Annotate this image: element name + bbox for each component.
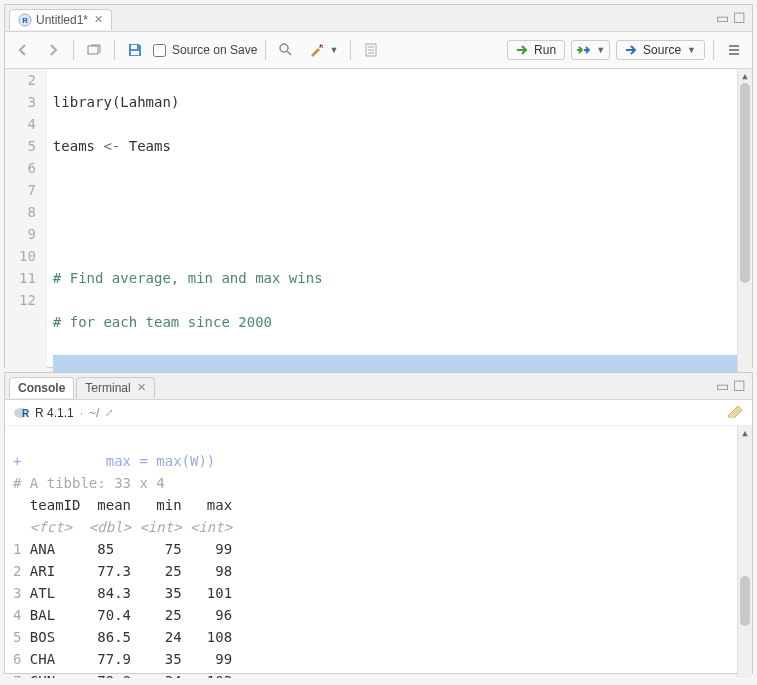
svg-text:R: R <box>22 15 28 24</box>
compile-report-button[interactable] <box>359 40 383 60</box>
r-file-icon: R <box>18 13 32 27</box>
save-button[interactable] <box>123 40 147 60</box>
minimize-icon[interactable]: ▭ <box>716 10 729 26</box>
r-logo-icon: R <box>13 405 29 421</box>
source-icon <box>625 43 639 57</box>
rerun-button[interactable]: ▼ <box>571 40 610 60</box>
scroll-thumb[interactable] <box>740 576 750 626</box>
code-tools-button[interactable]: ▼ <box>304 40 342 60</box>
console-pane: Console Terminal ✕ ▭ ☐ R R 4.1.1 · ~/ ⤢ … <box>4 372 753 674</box>
run-label: Run <box>534 43 556 57</box>
minimize-icon[interactable]: ▭ <box>716 378 729 394</box>
console-header: R R 4.1.1 · ~/ ⤢ <box>5 400 752 426</box>
run-button[interactable]: Run <box>507 40 565 60</box>
maximize-icon[interactable]: ☐ <box>733 10 746 26</box>
working-dir: ~/ <box>89 406 99 420</box>
svg-point-5 <box>280 44 288 52</box>
source-toolbar: Source on Save ▼ Run ▼ Source ▼ <box>5 32 752 69</box>
clear-console-button[interactable] <box>726 404 744 421</box>
close-icon[interactable]: ✕ <box>137 381 146 394</box>
source-tab-title: Untitled1* <box>36 13 88 27</box>
wd-popup-icon[interactable]: ⤢ <box>105 407 113 418</box>
rerun-icon <box>576 43 590 57</box>
console-scrollbar[interactable]: ▲ ▼ <box>737 426 752 678</box>
find-button[interactable] <box>274 40 298 60</box>
source-on-save-label: Source on Save <box>172 43 257 57</box>
source-label: Source <box>643 43 681 57</box>
svg-text:R: R <box>22 408 29 419</box>
scroll-up-icon[interactable]: ▲ <box>738 69 752 83</box>
terminal-tab[interactable]: Terminal ✕ <box>76 377 154 398</box>
source-tabbar: R Untitled1* ✕ ▭ ☐ <box>5 5 752 32</box>
svg-rect-2 <box>88 46 98 54</box>
svg-rect-4 <box>131 51 139 55</box>
close-icon[interactable]: ✕ <box>94 13 103 26</box>
source-pane: R Untitled1* ✕ ▭ ☐ Source on Save ▼ Run … <box>4 4 753 368</box>
source-tab[interactable]: R Untitled1* ✕ <box>9 9 112 30</box>
console-tab[interactable]: Console <box>9 377 74 398</box>
svg-line-6 <box>287 51 291 55</box>
console-output[interactable]: + max = max(W)) # A tibble: 33 x 4 teamI… <box>5 426 752 678</box>
run-icon <box>516 43 530 57</box>
chevron-down-icon: ▼ <box>596 45 605 55</box>
chevron-down-icon: ▼ <box>687 45 696 55</box>
source-on-save-checkbox[interactable] <box>153 44 166 57</box>
show-in-new-window-button[interactable] <box>82 40 106 60</box>
chevron-down-icon: ▼ <box>329 45 338 55</box>
back-button[interactable] <box>11 40 35 60</box>
outline-button[interactable] <box>722 40 746 60</box>
console-tabbar: Console Terminal ✕ ▭ ☐ <box>5 373 752 400</box>
forward-button[interactable] <box>41 40 65 60</box>
svg-rect-3 <box>131 45 137 49</box>
scroll-thumb[interactable] <box>740 83 750 283</box>
source-button[interactable]: Source ▼ <box>616 40 705 60</box>
scroll-up-icon[interactable]: ▲ <box>738 426 752 440</box>
r-version: R 4.1.1 <box>35 406 74 420</box>
maximize-icon[interactable]: ☐ <box>733 378 746 394</box>
